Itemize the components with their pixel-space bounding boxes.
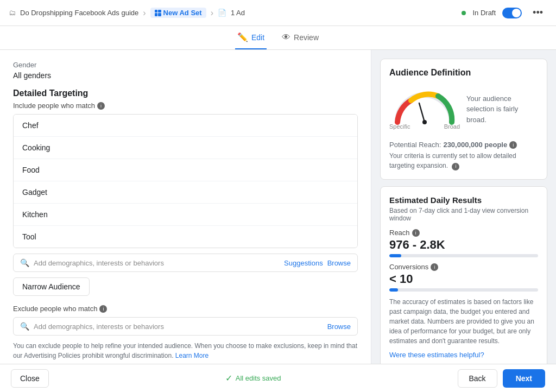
next-button[interactable]: Next <box>503 369 545 388</box>
list-item: Tool <box>14 226 357 248</box>
ad-label: 1 Ad <box>231 9 245 17</box>
conversions-label: Conversions i <box>389 263 538 271</box>
tab-bar: ✏️ Edit 👁 Review <box>0 26 556 50</box>
potential-reach: Potential Reach: 230,000,000 people i <box>389 141 538 149</box>
gauge-specific-label: Specific <box>389 123 410 130</box>
exclude-browse-link[interactable]: Browse <box>327 323 351 331</box>
estimated-results-card: Estimated Daily Results Based on 7-day c… <box>380 186 547 364</box>
gauge-broad-label: Broad <box>444 123 460 130</box>
audience-definition-card: Audience Definition <box>380 59 547 180</box>
audience-note: Your audience selection is fairly broad. <box>466 93 538 125</box>
narrow-audience-button[interactable]: Narrow Audience <box>13 277 90 296</box>
reach-info-icon[interactable]: i <box>509 141 517 149</box>
close-button[interactable]: Close <box>11 369 49 388</box>
reach-note: Your criteria is currently set to allow … <box>389 151 538 170</box>
exclude-search-links: Browse <box>327 323 351 331</box>
campaign-name: Do Dropshipping Facebook Ads guide <box>20 9 138 17</box>
main-layout: Gender All genders Detailed Targeting In… <box>0 50 556 364</box>
targeting-list-container: ChefCookingFoodGadgetKitchenTool <box>13 114 358 248</box>
more-button[interactable]: ••• <box>528 5 547 21</box>
top-bar-right: In Draft ••• <box>462 5 547 21</box>
targeting-list-scroll[interactable]: ChefCookingFoodGadgetKitchenTool <box>14 115 357 248</box>
conversions-progress-bar <box>389 288 538 292</box>
bottom-bar: Close ✓ All edits saved Back Next <box>0 364 556 392</box>
reach-metric: Reach i 976 - 2.8K <box>389 229 538 257</box>
conversions-info-icon[interactable]: i <box>431 263 438 271</box>
list-item: Kitchen <box>14 204 357 226</box>
exclude-search-placeholder: Add demographics, interests or behaviors <box>34 323 323 331</box>
exclude-search-bar[interactable]: 🔍 Add demographics, interests or behavio… <box>13 317 358 336</box>
back-button[interactable]: Back <box>458 369 497 388</box>
top-bar: 🗂 Do Dropshipping Facebook Ads guide › N… <box>0 0 556 26</box>
draft-toggle[interactable] <box>502 8 522 18</box>
grid-icon <box>155 10 161 16</box>
detailed-targeting-title: Detailed Targeting <box>13 88 358 98</box>
right-panel: Audience Definition <box>371 50 556 364</box>
status-label: In Draft <box>472 9 496 17</box>
suggestions-link[interactable]: Suggestions <box>284 259 323 267</box>
include-label: Include people who match i <box>13 102 358 110</box>
breadcrumb-sep-2: › <box>211 8 213 18</box>
tab-review[interactable]: 👁 Review <box>280 26 321 49</box>
list-item: Chef <box>14 115 357 137</box>
ad-folder-icon: 📄 <box>218 9 226 17</box>
exclude-search-icon: 🔍 <box>20 322 29 331</box>
include-search-bar[interactable]: 🔍 Add demographics, interests or behavio… <box>13 254 358 272</box>
svg-line-0 <box>419 103 425 122</box>
est-subtitle: Based on 7-day click and 1-day view conv… <box>389 207 538 222</box>
search-links: Suggestions Browse <box>284 259 351 267</box>
gauge-container: Specific Broad <box>389 84 460 134</box>
review-icon: 👁 <box>282 33 290 42</box>
est-title: Estimated Daily Results <box>389 195 538 205</box>
reach-note-info-icon[interactable]: i <box>452 163 459 170</box>
reach-metric-value: 976 - 2.8K <box>389 238 538 252</box>
include-info-icon[interactable]: i <box>97 102 105 110</box>
detailed-targeting-section: Detailed Targeting Include people who ma… <box>13 88 358 361</box>
check-icon: ✓ <box>225 373 232 383</box>
gender-section: Gender All genders <box>13 61 358 80</box>
new-ad-set-breadcrumb[interactable]: New Ad Set <box>150 8 206 18</box>
list-item: Cooking <box>14 137 357 159</box>
conversions-metric: Conversions i < 10 <box>389 263 538 292</box>
gauge-area: Specific Broad Your audience selection i… <box>389 84 538 134</box>
learn-more-link[interactable]: Learn More <box>175 352 208 359</box>
conversions-progress-fill <box>389 288 398 292</box>
gender-value: All genders <box>13 71 358 80</box>
exclusion-note: You can exclude people to help refine yo… <box>13 341 358 361</box>
gauge-svg <box>389 84 460 125</box>
breadcrumb-sep-1: › <box>143 8 146 18</box>
edit-icon: ✏️ <box>237 32 248 42</box>
browse-link[interactable]: Browse <box>327 259 351 267</box>
tab-edit[interactable]: ✏️ Edit <box>235 26 267 49</box>
svg-point-1 <box>422 120 427 124</box>
helpful-link[interactable]: Were these estimates helpful? <box>389 351 484 359</box>
breadcrumb: 🗂 Do Dropshipping Facebook Ads guide › N… <box>9 8 245 18</box>
saved-status: ✓ All edits saved <box>225 373 281 383</box>
list-item: Gadget <box>14 181 357 204</box>
folder-icon: 🗂 <box>9 9 16 17</box>
reach-progress-bar <box>389 254 538 257</box>
audience-def-title: Audience Definition <box>389 68 538 78</box>
gender-title: Gender <box>13 61 358 69</box>
reach-metric-label: Reach i <box>389 229 538 237</box>
list-item: Food <box>14 159 357 181</box>
bottom-right-actions: Back Next <box>458 369 545 388</box>
reach-metric-info-icon[interactable]: i <box>412 229 420 237</box>
exclude-label: Exclude people who match i <box>13 305 358 313</box>
conversions-value: < 10 <box>389 272 538 286</box>
include-search-icon: 🔍 <box>20 258 29 267</box>
left-panel: Gender All genders Detailed Targeting In… <box>0 50 371 364</box>
reach-progress-fill <box>389 254 401 257</box>
saved-label: All edits saved <box>236 374 281 382</box>
include-search-placeholder: Add demographics, interests or behaviors <box>34 259 280 267</box>
status-dot <box>462 11 466 15</box>
exclude-info-icon[interactable]: i <box>99 305 107 313</box>
est-note: The accuracy of estimates is based on fa… <box>389 297 538 346</box>
